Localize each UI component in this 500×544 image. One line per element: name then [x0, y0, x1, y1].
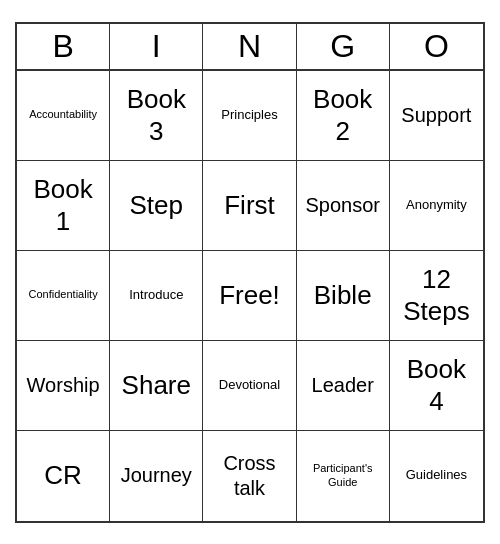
bingo-cell-3: Book 2	[297, 71, 390, 161]
bingo-cell-10: Confidentiality	[17, 251, 110, 341]
bingo-cell-15: Worship	[17, 341, 110, 431]
bingo-cell-18: Leader	[297, 341, 390, 431]
bingo-cell-19: Book 4	[390, 341, 483, 431]
bingo-cell-5: Book 1	[17, 161, 110, 251]
bingo-grid: AccountabilityBook 3PrinciplesBook 2Supp…	[17, 71, 483, 521]
bingo-cell-14: 12 Steps	[390, 251, 483, 341]
bingo-cell-7: First	[203, 161, 296, 251]
bingo-cell-6: Step	[110, 161, 203, 251]
bingo-cell-24: Guidelines	[390, 431, 483, 521]
header-letter-b: B	[17, 24, 110, 69]
bingo-cell-21: Journey	[110, 431, 203, 521]
bingo-cell-4: Support	[390, 71, 483, 161]
bingo-header: BINGO	[17, 24, 483, 71]
header-letter-g: G	[297, 24, 390, 69]
bingo-cell-9: Anonymity	[390, 161, 483, 251]
bingo-cell-13: Bible	[297, 251, 390, 341]
bingo-cell-23: Participant's Guide	[297, 431, 390, 521]
bingo-cell-20: CR	[17, 431, 110, 521]
bingo-cell-2: Principles	[203, 71, 296, 161]
header-letter-i: I	[110, 24, 203, 69]
bingo-cell-12: Free!	[203, 251, 296, 341]
bingo-cell-1: Book 3	[110, 71, 203, 161]
header-letter-n: N	[203, 24, 296, 69]
bingo-card: BINGO AccountabilityBook 3PrinciplesBook…	[15, 22, 485, 523]
bingo-cell-8: Sponsor	[297, 161, 390, 251]
bingo-cell-0: Accountability	[17, 71, 110, 161]
bingo-cell-22: Cross talk	[203, 431, 296, 521]
bingo-cell-17: Devotional	[203, 341, 296, 431]
bingo-cell-16: Share	[110, 341, 203, 431]
bingo-cell-11: Introduce	[110, 251, 203, 341]
header-letter-o: O	[390, 24, 483, 69]
